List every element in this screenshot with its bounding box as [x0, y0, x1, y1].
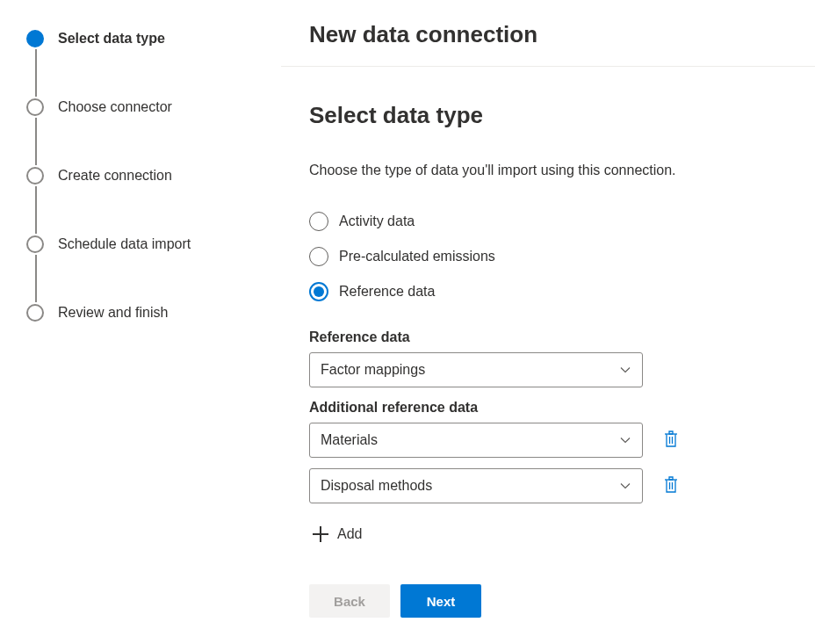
- radio-label: Activity data: [339, 213, 415, 229]
- reference-data-label: Reference data: [309, 329, 762, 345]
- delete-row-button[interactable]: [659, 426, 683, 455]
- step-label: Schedule data import: [58, 236, 191, 252]
- step-label: Review and finish: [58, 305, 168, 321]
- section-title: Select data type: [309, 102, 762, 129]
- delete-row-button[interactable]: [659, 472, 683, 501]
- radio-circle-icon: [309, 212, 328, 231]
- step-connector: [35, 118, 37, 165]
- content: Select data type Choose the type of data…: [281, 67, 815, 570]
- radio-activity-data[interactable]: Activity data: [309, 212, 762, 231]
- additional-row: Materials: [309, 423, 762, 458]
- step-bullet-icon: [26, 98, 44, 116]
- additional-row: Disposal methods: [309, 468, 762, 503]
- additional-reference-select[interactable]: Disposal methods: [309, 468, 643, 503]
- step-select-data-type[interactable]: Select data type: [26, 28, 267, 49]
- wizard-footer: Back Next: [281, 570, 815, 644]
- step-bullet-icon: [26, 304, 44, 322]
- wizard-stepper: Select data type Choose connector Create…: [0, 0, 281, 644]
- add-label: Add: [337, 526, 362, 542]
- additional-reference-data-label: Additional reference data: [309, 400, 762, 416]
- step-label: Create connection: [58, 168, 172, 184]
- reference-data-field: Reference data Factor mappings: [309, 329, 762, 387]
- add-button[interactable]: Add: [309, 519, 365, 549]
- radio-reference-data[interactable]: Reference data: [309, 282, 762, 301]
- radio-label: Pre-calculated emissions: [339, 249, 495, 264]
- select-value: Factor mappings: [321, 362, 425, 378]
- radio-circle-icon: [309, 282, 328, 301]
- page-header: New data connection: [281, 0, 815, 67]
- step-bullet-icon: [26, 167, 44, 185]
- step-list: Select data type Choose connector Create…: [26, 28, 267, 323]
- plus-icon: [313, 526, 328, 542]
- reference-data-select[interactable]: Factor mappings: [309, 352, 643, 387]
- step-connector: [35, 255, 37, 302]
- trash-icon: [662, 475, 680, 497]
- chevron-down-icon: [619, 364, 631, 376]
- step-label: Choose connector: [58, 99, 172, 115]
- additional-reference-data-field: Additional reference data Materials: [309, 400, 762, 549]
- step-bullet-icon: [26, 30, 44, 47]
- next-button[interactable]: Next: [400, 584, 481, 618]
- page-title: New data connection: [309, 21, 787, 48]
- select-value: Materials: [321, 432, 378, 448]
- section-description: Choose the type of data you'll import us…: [309, 161, 678, 180]
- step-label: Select data type: [58, 31, 165, 47]
- step-schedule-data-import[interactable]: Schedule data import: [26, 234, 267, 255]
- radio-pre-calculated-emissions[interactable]: Pre-calculated emissions: [309, 247, 762, 266]
- additional-reference-select[interactable]: Materials: [309, 423, 643, 458]
- chevron-down-icon: [619, 480, 631, 492]
- radio-label: Reference data: [339, 284, 435, 300]
- step-review-and-finish[interactable]: Review and finish: [26, 302, 267, 323]
- back-button[interactable]: Back: [309, 584, 390, 618]
- step-create-connection[interactable]: Create connection: [26, 165, 267, 186]
- trash-icon: [662, 430, 680, 452]
- radio-circle-icon: [309, 247, 328, 266]
- step-connector: [35, 186, 37, 234]
- data-type-radio-group: Activity data Pre-calculated emissions R…: [309, 212, 762, 301]
- step-connector: [35, 49, 37, 97]
- main: New data connection Select data type Cho…: [281, 0, 815, 644]
- chevron-down-icon: [619, 434, 631, 446]
- select-value: Disposal methods: [321, 478, 432, 494]
- step-bullet-icon: [26, 235, 44, 253]
- step-choose-connector[interactable]: Choose connector: [26, 97, 267, 118]
